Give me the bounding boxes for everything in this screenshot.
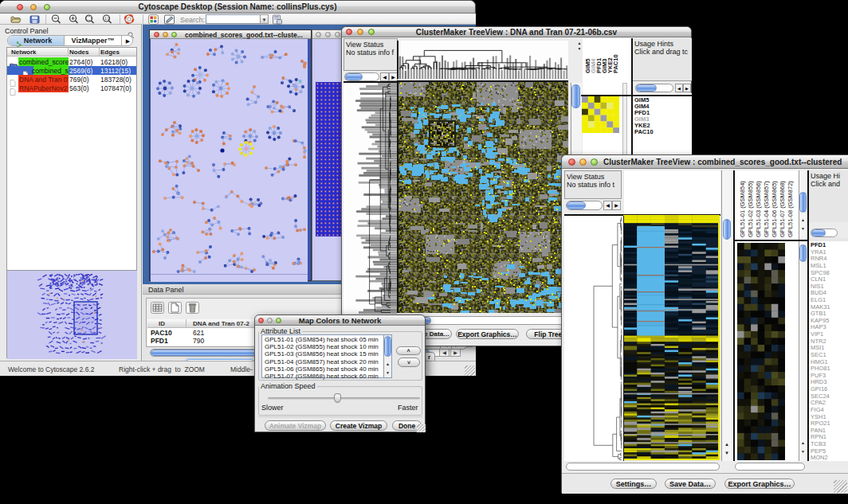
svg-text:1:1: 1:1 [104,17,110,21]
